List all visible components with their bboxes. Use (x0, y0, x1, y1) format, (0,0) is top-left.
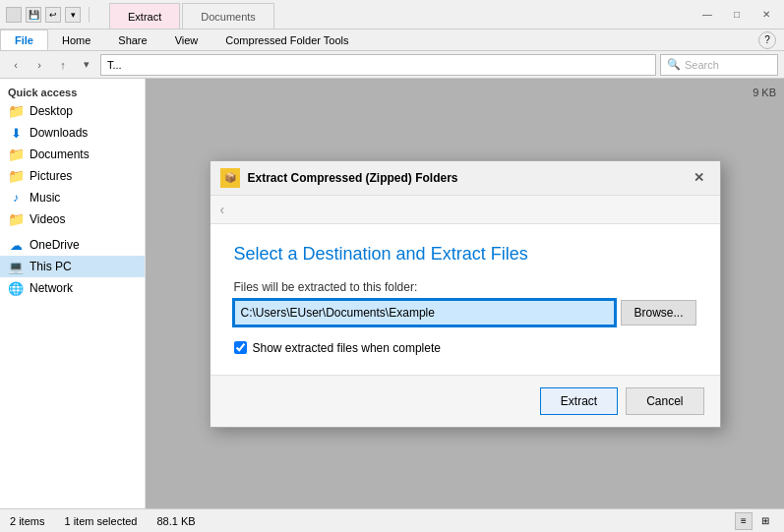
title-tabs: Extract Documents (99, 0, 694, 29)
address-input[interactable]: T... (100, 54, 656, 76)
ribbon: File Home Share View Compressed Folder T… (0, 30, 784, 51)
recent-button[interactable]: ▾ (77, 55, 96, 75)
up-button[interactable]: ↑ (53, 55, 73, 75)
dialog-title-label: Extract Compressed (Zipped) Folders (248, 171, 458, 185)
dialog-body: Select a Destination and Extract Files F… (211, 224, 720, 375)
download-icon: ⬇ (8, 125, 24, 141)
extract-dialog: 📦 Extract Compressed (Zipped) Folders ✕ … (210, 160, 721, 428)
sidebar-item-downloads[interactable]: ⬇ Downloads (0, 122, 145, 144)
title-bar: 💾 ↩ ▾ Extract Documents — □ ✕ (0, 0, 784, 30)
folder-icon: 📁 (8, 147, 24, 162)
ribbon-tab-view[interactable]: View (161, 30, 212, 50)
path-row: Browse... (234, 300, 696, 325)
title-bar-left: 💾 ↩ ▾ (0, 7, 99, 23)
address-bar-row: ‹ › ↑ ▾ T... 🔍 Search (0, 51, 784, 79)
details-view-button[interactable]: ⊞ (756, 512, 774, 530)
close-button[interactable]: ✕ (753, 5, 780, 25)
folder-icon: 📁 (8, 168, 24, 184)
view-toggle: ≡ ⊞ (735, 512, 774, 530)
tb-undo-btn[interactable]: ↩ (45, 7, 61, 23)
search-box[interactable]: 🔍 Search (660, 54, 778, 76)
dialog-title-left: 📦 Extract Compressed (Zipped) Folders (220, 168, 458, 188)
dialog-footer: Extract Cancel (211, 375, 720, 427)
dialog-path-label: Files will be extracted to this folder: (234, 280, 696, 294)
dialog-nav-bar: ‹ (211, 196, 720, 224)
network-icon: 🌐 (8, 280, 24, 296)
title-controls: — □ ✕ (694, 5, 784, 25)
maximize-button[interactable]: □ (723, 5, 751, 25)
cloud-icon: ☁ (8, 237, 24, 253)
status-bar: 2 items 1 item selected 88.1 KB ≡ ⊞ (0, 508, 784, 532)
ribbon-tab-home[interactable]: Home (48, 30, 104, 50)
tb-dropdown-btn[interactable]: ▾ (65, 7, 81, 23)
dialog-title-bar: 📦 Extract Compressed (Zipped) Folders ✕ (211, 161, 720, 196)
search-icon: 🔍 (667, 58, 681, 71)
dialog-overlay: 📦 Extract Compressed (Zipped) Folders ✕ … (146, 79, 784, 508)
tab-documents[interactable]: Documents (182, 3, 274, 29)
sidebar-item-documents[interactable]: 📁 Documents (0, 144, 145, 165)
checkbox-row: Show extracted files when complete (234, 341, 696, 355)
ribbon-tab-compressed[interactable]: Compressed Folder Tools (211, 30, 362, 50)
sidebar-item-thispc[interactable]: 💻 This PC (0, 256, 145, 277)
sidebar: Quick access 📁 Desktop ⬇ Downloads 📁 Doc… (0, 79, 146, 508)
cancel-button[interactable]: Cancel (626, 387, 703, 415)
sidebar-item-videos[interactable]: 📁 Videos (0, 208, 145, 230)
dialog-back-button[interactable]: ‹ (220, 202, 225, 217)
path-input[interactable] (234, 300, 616, 325)
items-count: 2 items (10, 515, 44, 527)
forward-button[interactable]: › (30, 55, 49, 75)
back-button[interactable]: ‹ (6, 55, 26, 75)
dialog-heading: Select a Destination and Extract Files (234, 244, 696, 265)
selected-count: 1 item selected (64, 515, 137, 527)
app-icon (6, 7, 22, 23)
file-size: 88.1 KB (156, 515, 195, 527)
browse-button[interactable]: Browse... (621, 300, 695, 325)
show-extracted-label: Show extracted files when complete (253, 341, 441, 355)
content-area: 9 KB 📦 Extract Compressed (Zipped) Folde… (146, 79, 784, 508)
zip-icon: 📦 (220, 168, 240, 188)
extract-button[interactable]: Extract (540, 387, 618, 415)
quick-access-label: Quick access (0, 83, 145, 100)
sidebar-item-pictures[interactable]: 📁 Pictures (0, 165, 145, 187)
folder-icon: 📁 (8, 103, 24, 119)
show-extracted-checkbox[interactable] (234, 341, 247, 354)
sidebar-item-desktop[interactable]: 📁 Desktop (0, 100, 145, 122)
sidebar-item-network[interactable]: 🌐 Network (0, 277, 145, 299)
ribbon-tab-file[interactable]: File (0, 30, 48, 50)
ribbon-tab-share[interactable]: Share (104, 30, 160, 50)
main-layout: Quick access 📁 Desktop ⬇ Downloads 📁 Doc… (0, 79, 784, 508)
music-icon: ♪ (8, 190, 24, 206)
tab-extract[interactable]: Extract (109, 3, 180, 29)
minimize-button[interactable]: — (694, 5, 721, 25)
sidebar-item-music[interactable]: ♪ Music (0, 187, 145, 208)
dialog-close-button[interactable]: ✕ (689, 167, 710, 189)
list-view-button[interactable]: ≡ (735, 512, 753, 530)
pc-icon: 💻 (8, 259, 24, 274)
folder-icon: 📁 (8, 211, 24, 227)
sidebar-item-onedrive[interactable]: ☁ OneDrive (0, 234, 145, 256)
tb-save-btn[interactable]: 💾 (26, 7, 41, 23)
help-button[interactable]: ? (758, 31, 776, 49)
